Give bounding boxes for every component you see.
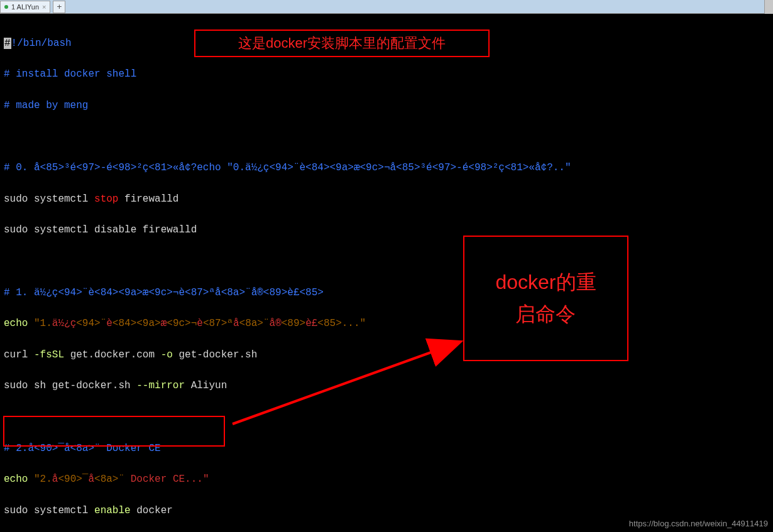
code-line: curl -fsSL get.docker.com -o get-docker.… <box>4 347 769 363</box>
blank-line <box>4 254 769 269</box>
close-icon[interactable]: × <box>42 3 46 11</box>
terminal-tab[interactable]: 1 ALIYun × <box>0 1 50 13</box>
terminal-body[interactable]: #!/bin/bash # install docker shell # mad… <box>0 14 773 532</box>
add-tab-button[interactable]: + <box>53 1 65 13</box>
code-line: echo "1.ä½¿ç<94>¨è<84><9a>æ<9c>¬è<87>ªå<… <box>4 316 769 332</box>
code-line: sudo systemctl disable firewalld <box>4 222 769 238</box>
code-line: echo "2.å<90>¯å<8a>¨ Docker CE..." <box>4 472 769 487</box>
code-line: # 1. ä½¿ç<94>¨è<84><9a>æ<9c>¬è<87>ªå<8a>… <box>4 285 769 301</box>
code-line: # 2.å<90>¯å<8a>¨ Docker CE <box>4 441 769 457</box>
blank-line <box>4 129 769 145</box>
code-line: sudo systemctl stop firewalld <box>4 192 769 207</box>
watermark: https://blog.csdn.net/weixin_44911419 <box>629 519 768 528</box>
code-line: # made by meng <box>4 98 769 114</box>
status-dot-icon <box>4 5 8 9</box>
code-line: sudo sh get-docker.sh --mirror Aliyun <box>4 378 769 394</box>
annotation-right: docker的重 启命令 <box>463 236 628 361</box>
blank-line <box>4 410 769 425</box>
code-line: sudo systemctl enable docker <box>4 503 769 519</box>
annotation-top: 这是docker安装脚本里的配置文件 <box>194 30 490 57</box>
tab-title: 1 ALIYun <box>11 3 39 11</box>
code-line: # install docker shell <box>4 67 769 82</box>
scrollbar-stub[interactable] <box>764 0 773 14</box>
tab-bar: 1 ALIYun × + <box>0 0 773 14</box>
code-line: # 0. å<85>³é<97>-é<98>²ç<81>«å¢?echo "0.… <box>4 160 769 176</box>
